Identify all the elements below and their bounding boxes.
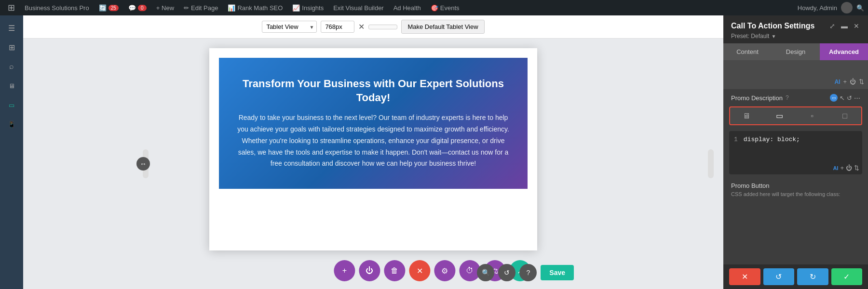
line-number: 1: [734, 136, 738, 143]
events-icon: 🎯: [431, 4, 438, 12]
preset-chevron-icon: ▼: [771, 34, 776, 39]
view-selector-wrapper: Tablet View Desktop View Mobile View ✕ M…: [262, 20, 484, 34]
code-add-button[interactable]: +: [840, 164, 844, 171]
search-action-button[interactable]: 🔍: [477, 264, 494, 281]
help-action-button[interactable]: ?: [519, 264, 537, 281]
panel-close-button[interactable]: ✕: [853, 21, 860, 31]
code-content[interactable]: display: block;: [744, 136, 800, 143]
rankmath-icon: 📊: [228, 4, 235, 12]
plus-icon-button[interactable]: +: [843, 78, 847, 85]
insights-icon: 📈: [292, 4, 300, 12]
pointer-icon-button[interactable]: ↖: [840, 94, 845, 102]
grid-view-button[interactable]: ⊞: [3, 39, 20, 56]
settings-button[interactable]: ⚙: [434, 260, 455, 281]
cta-heading: Transform Your Business with Our Expert …: [233, 77, 513, 105]
left-builder-sidebar: ☰ ⊞ ⌕ 🖥 ▭ 📱: [0, 15, 23, 289]
admin-bar-right: Howdy, Admin 🔍: [798, 2, 864, 13]
panel-title-icons: ⤢ ▬ ✕: [828, 21, 860, 31]
search-button[interactable]: ⌕: [3, 58, 20, 75]
comments-button[interactable]: 💬 0: [124, 0, 150, 15]
cta-box: Transform Your Business with Our Expert …: [219, 58, 528, 189]
refresh-action-button[interactable]: ↺: [498, 264, 515, 281]
power-icon-button[interactable]: ⏻: [850, 78, 856, 85]
new-button[interactable]: + New: [152, 0, 178, 15]
section-icons: ▭ ↖ ↺ ⋯: [830, 94, 860, 102]
wp-logo[interactable]: ⊞: [4, 0, 19, 15]
events-button[interactable]: 🎯 Events: [427, 0, 463, 15]
tab-advanced[interactable]: Advanced: [820, 43, 868, 60]
admin-bar: ⊞ Business Solutions Pro 🔄 25 💬 0 + New …: [0, 0, 868, 15]
confirm-action-button[interactable]: ✓: [831, 268, 863, 285]
promo-button-label: Promo Button: [731, 182, 860, 189]
code-editor-icons: AI + ⏻ ⇅: [833, 164, 859, 171]
toggle-visibility-button[interactable]: ⏻: [359, 260, 380, 281]
tab-content[interactable]: Content: [723, 43, 772, 60]
panel-expand-button[interactable]: ⤢: [828, 21, 836, 31]
panel-action-bar: ✕ ↺ ↻ ✓: [723, 264, 868, 289]
save-button[interactable]: Save: [541, 265, 574, 280]
tablet-icon: ▭: [776, 111, 783, 120]
canvas-area: Tablet View Desktop View Mobile View ✕ M…: [23, 15, 723, 289]
phone-view-button[interactable]: 📱: [3, 116, 20, 133]
canvas-viewport: ↔ Transform Your Business with Our Exper…: [23, 39, 723, 289]
section-label-row: Promo Description ? ▭ ↖ ↺ ⋯: [723, 89, 868, 105]
desktop-device-button[interactable]: 🖥: [730, 107, 763, 124]
panel-title-row: Call To Action Settings ⤢ ▬ ✕: [731, 21, 860, 31]
search-icon[interactable]: 🔍: [856, 4, 864, 12]
ai-icon-button[interactable]: AI: [834, 78, 840, 85]
tablet-view-button[interactable]: ▭: [3, 96, 20, 114]
insights-button[interactable]: 📈 Insights: [288, 0, 327, 15]
code-ai-button[interactable]: AI: [833, 164, 838, 171]
tab-design[interactable]: Design: [772, 43, 820, 60]
bottom-right-actions: 🔍 ↺ ? Save: [477, 264, 574, 281]
panel-header: Call To Action Settings ⤢ ▬ ✕ Preset: De…: [723, 15, 868, 43]
updates-button[interactable]: 🔄 25: [95, 0, 122, 15]
make-default-button[interactable]: Make Default Tablet View: [401, 20, 484, 34]
help-icon[interactable]: ?: [786, 94, 789, 101]
promo-desc-label: Promo Description: [731, 94, 783, 102]
device-indicator[interactable]: ▭: [830, 94, 838, 102]
menu-toggle-button[interactable]: ☰: [3, 19, 20, 37]
tablet-sm-device-button[interactable]: ▫: [796, 107, 828, 124]
canvas-toolbar: Tablet View Desktop View Mobile View ✕ M…: [23, 15, 723, 39]
rank-math-button[interactable]: 📊 Rank Math SEO: [224, 0, 286, 15]
panel-minimize-button[interactable]: ▬: [840, 21, 849, 31]
more-options-button[interactable]: ⋯: [854, 94, 860, 102]
tablet-sm-icon: ▫: [811, 112, 814, 120]
ad-health-button[interactable]: Ad Health: [390, 0, 425, 15]
width-input[interactable]: [321, 21, 354, 33]
resize-arrow-icon[interactable]: ↔: [136, 157, 150, 171]
code-line-1: 1 display: block;: [734, 136, 857, 143]
phone-device-button[interactable]: □: [828, 107, 861, 124]
add-element-button[interactable]: +: [334, 260, 355, 281]
view-select[interactable]: Tablet View Desktop View Mobile View: [262, 21, 317, 33]
exit-builder-button[interactable]: Exit Visual Builder: [329, 0, 388, 15]
desktop-view-button[interactable]: 🖥: [3, 77, 20, 94]
code-power-button[interactable]: ⏻: [846, 164, 852, 171]
reset-action-button[interactable]: ↺: [763, 268, 795, 285]
edit-icon: ✏: [184, 4, 189, 12]
panel-content: AI + ⏻ ⇅ Promo Description ? ▭ ↖ ↺ ⋯: [723, 60, 868, 264]
promo-button-description: CSS added here will target the following…: [731, 191, 860, 197]
cancel-action-button[interactable]: ✕: [729, 268, 760, 285]
redo-action-button[interactable]: ↻: [797, 268, 828, 285]
delete-element-button[interactable]: 🗑: [384, 260, 405, 281]
clear-width-button[interactable]: ✕: [358, 22, 365, 31]
undo-icon-button[interactable]: ↺: [847, 94, 852, 102]
right-resize-handle[interactable]: [708, 149, 714, 178]
page-frame: Transform Your Business with Our Expert …: [209, 48, 537, 250]
edit-page-button[interactable]: ✏ Edit Page: [180, 0, 222, 15]
preset-value[interactable]: Preset: Default: [731, 33, 769, 39]
close-element-button[interactable]: ✕: [409, 260, 430, 281]
sort-icon-button[interactable]: ⇅: [859, 78, 864, 85]
avatar[interactable]: [841, 2, 853, 13]
cta-body: Ready to take your business to the next …: [233, 112, 513, 170]
site-name[interactable]: Business Solutions Pro: [21, 0, 93, 15]
right-panel: Call To Action Settings ⤢ ▬ ✕ Preset: De…: [723, 15, 868, 289]
height-box: [368, 25, 397, 29]
phone-icon: □: [842, 112, 847, 120]
comment-icon: 💬: [128, 4, 136, 12]
wp-icon: ⊞: [8, 2, 15, 13]
code-sort-button[interactable]: ⇅: [854, 164, 859, 171]
tablet-device-button[interactable]: ▭: [763, 107, 796, 124]
